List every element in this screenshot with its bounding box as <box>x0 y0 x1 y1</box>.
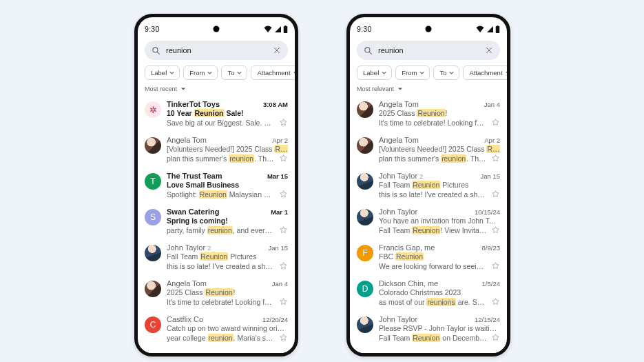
filter-chips: Label From To Attachment <box>357 66 500 80</box>
filter-chip-to[interactable]: To <box>433 66 459 80</box>
sender-name: Dickson Chin, me <box>379 279 438 288</box>
filter-chip-from[interactable]: From <box>183 66 218 80</box>
email-snippet: It's time to celebrate! Looking forward … <box>167 298 275 306</box>
star-icon[interactable] <box>279 118 288 127</box>
star-icon[interactable] <box>491 154 500 163</box>
filter-chip-to[interactable]: To <box>221 66 247 80</box>
email-subject: [Volunteers Needed!] 2025 Class Reunion <box>379 145 500 153</box>
star-icon[interactable] <box>279 225 288 234</box>
star-icon[interactable] <box>491 190 500 199</box>
email-subject: Love Small Business <box>167 181 288 189</box>
avatar <box>145 137 161 154</box>
star-icon[interactable] <box>491 297 500 306</box>
email-row[interactable]: Angela Tom Apr 2 [Volunteers Needed!] 20… <box>357 131 500 167</box>
star-icon[interactable] <box>491 225 500 234</box>
chip-label: From <box>402 69 417 77</box>
email-date: 12/20/24 <box>262 316 288 323</box>
star-icon[interactable] <box>491 261 500 270</box>
chip-label: Label <box>363 69 379 77</box>
highlight: reunion <box>207 226 233 234</box>
star-icon[interactable] <box>279 154 288 163</box>
email-snippet: Fall Team Reunion on December 20 <box>379 334 487 342</box>
filter-chip-attachment[interactable]: Attachment <box>463 66 510 80</box>
star-icon[interactable] <box>279 261 288 270</box>
caret-down-icon <box>180 86 186 92</box>
email-row[interactable]: Angela Tom Jan 4 2025 Class Reunion! It'… <box>145 274 288 310</box>
email-subject: Colorado Christmas 2023 <box>379 288 500 296</box>
email-date: Mar 1 <box>271 208 288 216</box>
email-row[interactable]: C Castflix Co 12/20/24 Catch up on two a… <box>145 310 288 346</box>
email-snippet: this is so late! I've created a shared a… <box>379 190 487 199</box>
caret-down-icon <box>419 70 424 75</box>
email-row[interactable]: Angela Tom Jan 4 2025 Class Reunion! It'… <box>357 95 500 131</box>
star-icon[interactable] <box>491 333 500 342</box>
email-snippet: It's time to celebrate! Looking forward … <box>379 119 487 127</box>
highlight: reunions <box>426 298 455 306</box>
phone-mock: 9:30 reunion Label From <box>346 14 510 356</box>
svg-rect-6 <box>496 26 500 33</box>
clear-icon[interactable] <box>485 46 493 54</box>
caret-down-icon <box>237 70 242 75</box>
star-icon[interactable] <box>279 333 288 342</box>
star-icon[interactable] <box>279 190 288 199</box>
email-row[interactable]: John Taylor 10/15/24 You have an invitat… <box>357 203 500 239</box>
email-row[interactable]: S Swan Catering Mar 1 Spring is coming! … <box>145 203 288 239</box>
front-camera <box>214 26 220 32</box>
highlight: Reunion <box>205 288 233 296</box>
filter-chip-label[interactable]: Label <box>145 66 180 80</box>
sort-selector[interactable]: Most relevant <box>357 86 500 92</box>
battery-icon <box>283 26 288 33</box>
caret-down-icon <box>207 70 212 75</box>
search-query: reunion <box>378 46 479 54</box>
email-row[interactable]: F Francis Gap, me 8/9/23 FBC Reunion We … <box>357 239 500 274</box>
star-icon[interactable] <box>279 297 288 306</box>
email-row[interactable]: Angela Tom Apr 2 [Volunteers Needed!] 20… <box>145 131 288 167</box>
filter-chip-label[interactable]: Label <box>357 66 392 80</box>
sender-name: John Taylor2 <box>379 172 423 180</box>
highlight: reunion <box>208 334 233 342</box>
sort-selector[interactable]: Most recent <box>145 86 288 92</box>
search-bar[interactable]: reunion <box>357 41 500 60</box>
email-row[interactable]: John Taylor 12/15/24 Please RSVP - John … <box>145 346 288 356</box>
email-row[interactable]: John Taylor 12/15/24 Please RSVP - John … <box>357 310 500 346</box>
sender-name: The Trust Team <box>167 172 222 180</box>
highlight: Reunion <box>395 252 424 261</box>
email-date: Apr 2 <box>272 137 288 144</box>
search-icon <box>152 46 160 55</box>
highlight: reunion <box>229 154 254 163</box>
cell-signal-icon <box>274 26 281 32</box>
svg-line-3 <box>157 52 159 54</box>
star-icon[interactable] <box>491 118 500 127</box>
caret-down-icon <box>397 86 403 92</box>
highlight: Reunion <box>412 181 440 189</box>
chip-label: From <box>189 69 205 77</box>
email-row[interactable]: ✲ TinkerTot Toys 3:08 AM 10 Year Reunion… <box>357 346 500 356</box>
avatar <box>357 173 373 190</box>
email-subject: Fall Team Reunion Pictures <box>379 181 500 189</box>
email-date: 3:08 AM <box>263 101 288 108</box>
email-row[interactable]: T The Trust Team Mar 15 Love Small Busin… <box>145 167 288 203</box>
search-bar[interactable]: reunion <box>145 41 288 60</box>
clear-icon[interactable] <box>273 46 281 54</box>
highlight: Reunion <box>417 109 445 117</box>
email-row[interactable]: John Taylor2 Jan 15 Fall Team Reunion Pi… <box>357 167 500 203</box>
avatar <box>145 352 161 356</box>
email-row[interactable]: D Dickson Chin, me 1/5/24 Colorado Chris… <box>357 274 500 310</box>
email-row[interactable]: John Taylor2 Jan 15 Fall Team Reunion Pi… <box>145 239 288 274</box>
filter-chip-from[interactable]: From <box>395 66 430 80</box>
search-icon <box>364 46 373 55</box>
thread-count: 2 <box>207 244 211 252</box>
caret-down-icon <box>506 70 510 75</box>
sort-label: Most relevant <box>357 86 394 92</box>
phone-mock: 9:30 reunion Label From <box>134 14 298 356</box>
filter-chip-attachment[interactable]: Attachment <box>251 66 298 80</box>
sender-name: Angela Tom <box>167 279 207 288</box>
sender-name: Francis Gap, me <box>379 243 435 252</box>
email-row[interactable]: ✲ TinkerTot Toys 3:08 AM 10 Year Reunion… <box>145 95 288 131</box>
highlight: Reunion <box>199 190 227 199</box>
avatar: ✲ <box>145 101 161 118</box>
chip-label: Label <box>151 69 167 77</box>
caret-down-icon <box>293 70 298 75</box>
email-date: Jan 4 <box>484 101 500 108</box>
email-subject: 2025 Class Reunion! <box>379 109 500 117</box>
